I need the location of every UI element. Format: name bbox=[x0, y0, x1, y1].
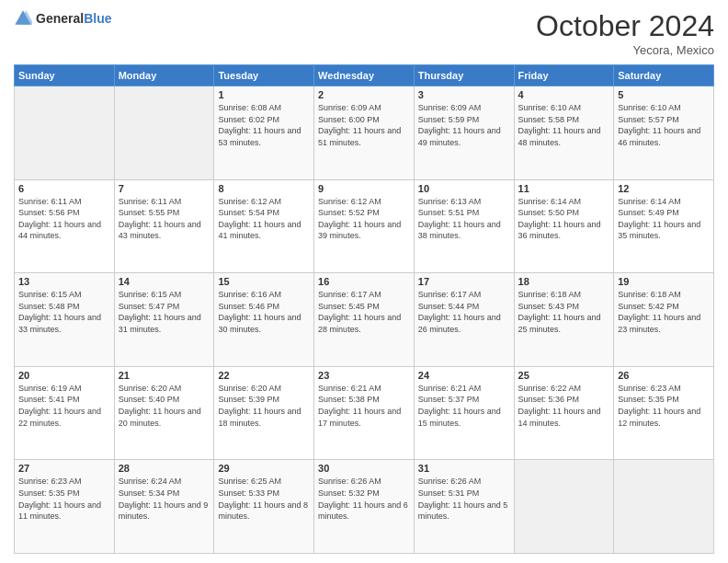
calendar-cell: 23Sunrise: 6:21 AMSunset: 5:38 PMDayligh… bbox=[314, 366, 415, 460]
day-number: 10 bbox=[418, 183, 510, 194]
location: Yecora, Mexico bbox=[536, 43, 714, 57]
day-number: 7 bbox=[119, 183, 210, 194]
calendar-cell: 19Sunrise: 6:18 AMSunset: 5:42 PMDayligh… bbox=[614, 273, 714, 367]
cell-info: Sunrise: 6:16 AMSunset: 5:46 PMDaylight:… bbox=[218, 289, 310, 335]
header: GeneralBlue October 2024 Yecora, Mexico bbox=[14, 9, 714, 57]
cell-info: Sunrise: 6:10 AMSunset: 5:57 PMDaylight:… bbox=[618, 102, 710, 148]
calendar-cell: 25Sunrise: 6:22 AMSunset: 5:36 PMDayligh… bbox=[514, 366, 614, 460]
calendar-cell: 31Sunrise: 6:26 AMSunset: 5:31 PMDayligh… bbox=[414, 460, 514, 554]
day-number: 15 bbox=[218, 276, 310, 287]
cell-info: Sunrise: 6:08 AMSunset: 6:02 PMDaylight:… bbox=[218, 102, 310, 148]
calendar-week-row: 20Sunrise: 6:19 AMSunset: 5:41 PMDayligh… bbox=[15, 366, 714, 460]
day-number: 8 bbox=[218, 183, 310, 194]
cell-info: Sunrise: 6:12 AMSunset: 5:52 PMDaylight:… bbox=[318, 196, 410, 242]
day-number: 13 bbox=[18, 276, 110, 287]
day-number: 31 bbox=[418, 463, 510, 474]
weekday-header: Saturday bbox=[614, 65, 714, 86]
cell-info: Sunrise: 6:26 AMSunset: 5:31 PMDaylight:… bbox=[418, 476, 510, 522]
cell-info: Sunrise: 6:09 AMSunset: 5:59 PMDaylight:… bbox=[418, 102, 510, 148]
cell-info: Sunrise: 6:17 AMSunset: 5:44 PMDaylight:… bbox=[418, 289, 510, 335]
calendar-body: 1Sunrise: 6:08 AMSunset: 6:02 PMDaylight… bbox=[15, 86, 714, 554]
cell-info: Sunrise: 6:18 AMSunset: 5:42 PMDaylight:… bbox=[618, 289, 710, 335]
calendar-cell: 26Sunrise: 6:23 AMSunset: 5:35 PMDayligh… bbox=[614, 366, 714, 460]
calendar-cell: 21Sunrise: 6:20 AMSunset: 5:40 PMDayligh… bbox=[114, 366, 214, 460]
day-number: 16 bbox=[318, 276, 410, 287]
cell-info: Sunrise: 6:21 AMSunset: 5:37 PMDaylight:… bbox=[418, 383, 510, 429]
cell-info: Sunrise: 6:14 AMSunset: 5:50 PMDaylight:… bbox=[518, 196, 610, 242]
day-number: 19 bbox=[618, 276, 710, 287]
cell-info: Sunrise: 6:20 AMSunset: 5:40 PMDaylight:… bbox=[119, 383, 210, 429]
calendar-header: SundayMondayTuesdayWednesdayThursdayFrid… bbox=[15, 65, 714, 86]
calendar-cell: 20Sunrise: 6:19 AMSunset: 5:41 PMDayligh… bbox=[15, 366, 115, 460]
cell-info: Sunrise: 6:23 AMSunset: 5:35 PMDaylight:… bbox=[618, 383, 710, 429]
day-number: 11 bbox=[518, 183, 610, 194]
calendar-cell: 29Sunrise: 6:25 AMSunset: 5:33 PMDayligh… bbox=[214, 460, 314, 554]
cell-info: Sunrise: 6:21 AMSunset: 5:38 PMDaylight:… bbox=[318, 383, 410, 429]
logo: GeneralBlue bbox=[14, 9, 111, 28]
cell-info: Sunrise: 6:15 AMSunset: 5:48 PMDaylight:… bbox=[18, 289, 110, 335]
cell-info: Sunrise: 6:11 AMSunset: 5:56 PMDaylight:… bbox=[18, 196, 110, 242]
cell-info: Sunrise: 6:09 AMSunset: 6:00 PMDaylight:… bbox=[318, 102, 410, 148]
day-number: 14 bbox=[119, 276, 210, 287]
calendar-cell: 6Sunrise: 6:11 AMSunset: 5:56 PMDaylight… bbox=[15, 179, 115, 273]
day-number: 2 bbox=[318, 89, 410, 100]
calendar-cell: 17Sunrise: 6:17 AMSunset: 5:44 PMDayligh… bbox=[414, 273, 514, 367]
page: GeneralBlue October 2024 Yecora, Mexico … bbox=[0, 0, 728, 563]
cell-info: Sunrise: 6:23 AMSunset: 5:35 PMDaylight:… bbox=[18, 476, 110, 522]
calendar-cell: 13Sunrise: 6:15 AMSunset: 5:48 PMDayligh… bbox=[15, 273, 115, 367]
calendar-cell: 22Sunrise: 6:20 AMSunset: 5:39 PMDayligh… bbox=[214, 366, 314, 460]
cell-info: Sunrise: 6:13 AMSunset: 5:51 PMDaylight:… bbox=[418, 196, 510, 242]
calendar-cell: 3Sunrise: 6:09 AMSunset: 5:59 PMDaylight… bbox=[414, 86, 514, 180]
calendar-cell: 1Sunrise: 6:08 AMSunset: 6:02 PMDaylight… bbox=[214, 86, 314, 180]
calendar-cell: 27Sunrise: 6:23 AMSunset: 5:35 PMDayligh… bbox=[15, 460, 115, 554]
logo-text: GeneralBlue bbox=[36, 10, 111, 27]
calendar-cell: 14Sunrise: 6:15 AMSunset: 5:47 PMDayligh… bbox=[114, 273, 214, 367]
calendar-cell: 11Sunrise: 6:14 AMSunset: 5:50 PMDayligh… bbox=[514, 179, 614, 273]
logo-blue: Blue bbox=[84, 11, 111, 26]
calendar-cell: 8Sunrise: 6:12 AMSunset: 5:54 PMDaylight… bbox=[214, 179, 314, 273]
cell-info: Sunrise: 6:10 AMSunset: 5:58 PMDaylight:… bbox=[518, 102, 610, 148]
cell-info: Sunrise: 6:25 AMSunset: 5:33 PMDaylight:… bbox=[218, 476, 310, 522]
cell-info: Sunrise: 6:19 AMSunset: 5:41 PMDaylight:… bbox=[18, 383, 110, 429]
day-number: 28 bbox=[119, 463, 210, 474]
day-number: 23 bbox=[318, 370, 410, 381]
calendar-week-row: 1Sunrise: 6:08 AMSunset: 6:02 PMDaylight… bbox=[15, 86, 714, 180]
logo-icon bbox=[14, 9, 32, 28]
logo-general: General bbox=[36, 11, 84, 26]
cell-info: Sunrise: 6:18 AMSunset: 5:43 PMDaylight:… bbox=[518, 289, 610, 335]
calendar-cell: 2Sunrise: 6:09 AMSunset: 6:00 PMDaylight… bbox=[314, 86, 415, 180]
day-number: 27 bbox=[18, 463, 110, 474]
weekday-header: Sunday bbox=[15, 65, 115, 86]
cell-info: Sunrise: 6:14 AMSunset: 5:49 PMDaylight:… bbox=[618, 196, 710, 242]
day-number: 29 bbox=[218, 463, 310, 474]
cell-info: Sunrise: 6:12 AMSunset: 5:54 PMDaylight:… bbox=[218, 196, 310, 242]
weekday-row: SundayMondayTuesdayWednesdayThursdayFrid… bbox=[15, 65, 714, 86]
cell-info: Sunrise: 6:22 AMSunset: 5:36 PMDaylight:… bbox=[518, 383, 610, 429]
weekday-header: Thursday bbox=[414, 65, 514, 86]
calendar-week-row: 27Sunrise: 6:23 AMSunset: 5:35 PMDayligh… bbox=[15, 460, 714, 554]
calendar-cell: 5Sunrise: 6:10 AMSunset: 5:57 PMDaylight… bbox=[614, 86, 714, 180]
calendar-cell bbox=[114, 86, 214, 180]
day-number: 1 bbox=[218, 89, 310, 100]
day-number: 22 bbox=[218, 370, 310, 381]
calendar-week-row: 6Sunrise: 6:11 AMSunset: 5:56 PMDaylight… bbox=[15, 179, 714, 273]
calendar-table: SundayMondayTuesdayWednesdayThursdayFrid… bbox=[14, 64, 714, 554]
calendar-cell bbox=[514, 460, 614, 554]
day-number: 6 bbox=[18, 183, 110, 194]
cell-info: Sunrise: 6:24 AMSunset: 5:34 PMDaylight:… bbox=[119, 476, 210, 522]
day-number: 17 bbox=[418, 276, 510, 287]
weekday-header: Monday bbox=[114, 65, 214, 86]
day-number: 4 bbox=[518, 89, 610, 100]
cell-info: Sunrise: 6:17 AMSunset: 5:45 PMDaylight:… bbox=[318, 289, 410, 335]
day-number: 26 bbox=[618, 370, 710, 381]
calendar-cell: 4Sunrise: 6:10 AMSunset: 5:58 PMDaylight… bbox=[514, 86, 614, 180]
cell-info: Sunrise: 6:20 AMSunset: 5:39 PMDaylight:… bbox=[218, 383, 310, 429]
calendar-cell: 30Sunrise: 6:26 AMSunset: 5:32 PMDayligh… bbox=[314, 460, 415, 554]
calendar-cell: 28Sunrise: 6:24 AMSunset: 5:34 PMDayligh… bbox=[114, 460, 214, 554]
calendar-cell: 15Sunrise: 6:16 AMSunset: 5:46 PMDayligh… bbox=[214, 273, 314, 367]
weekday-header: Friday bbox=[514, 65, 614, 86]
calendar-cell bbox=[15, 86, 115, 180]
calendar-cell: 7Sunrise: 6:11 AMSunset: 5:55 PMDaylight… bbox=[114, 179, 214, 273]
calendar-cell: 12Sunrise: 6:14 AMSunset: 5:49 PMDayligh… bbox=[614, 179, 714, 273]
day-number: 24 bbox=[418, 370, 510, 381]
